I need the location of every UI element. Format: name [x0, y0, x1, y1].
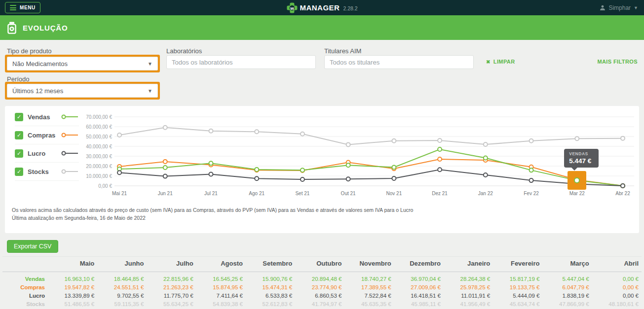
- cell: 45.635,35 €: [345, 300, 394, 309]
- series-compras[interactable]: [117, 157, 625, 188]
- laboratorios-input[interactable]: [166, 55, 316, 69]
- svg-text:Out 21: Out 21: [341, 191, 356, 196]
- legend-line-sample: [61, 150, 79, 156]
- brand-version: 2.28.2: [343, 5, 357, 11]
- cell: 55.634,25 €: [147, 300, 196, 309]
- cell: 41.794,97 €: [295, 300, 344, 309]
- svg-text:Fev 22: Fev 22: [524, 191, 539, 196]
- cell: 1.838,19 €: [543, 292, 592, 300]
- cell: 36.970,04 €: [394, 272, 444, 283]
- cell: 15.817,19 €: [493, 272, 542, 283]
- cell: 45.634,74 €: [493, 300, 542, 309]
- series-stocks[interactable]: [117, 126, 625, 147]
- svg-text:40.000,00 €: 40.000,00 €: [86, 144, 112, 149]
- checkbox-vendas[interactable]: ✓: [15, 113, 23, 121]
- legend-line-sample: [61, 132, 79, 138]
- cell: 15.474,31 €: [246, 283, 295, 292]
- legend-line-sample: [61, 114, 79, 120]
- cell: 15.874,95 €: [196, 283, 246, 292]
- monthly-data-table: MaioJunhoJulhoAgostoSetembroOutubroNovem…: [2, 256, 642, 309]
- cell: 25.978,25 €: [444, 283, 493, 292]
- brand-name: MANAGER: [300, 3, 340, 12]
- table-row-compras: Compras19.547,82 €24.551,51 €21.263,23 €…: [2, 283, 642, 292]
- legend-label: Lucro: [28, 150, 45, 157]
- cell: 16.545,25 €: [196, 272, 246, 283]
- checkbox-lucro[interactable]: ✓: [15, 149, 23, 158]
- legend-item-lucro[interactable]: ✓Lucro: [15, 144, 79, 163]
- chart-legend: ✓Vendas✓Compras✓Lucro✓Stocks: [15, 108, 79, 181]
- checkbox-compras[interactable]: ✓: [15, 131, 23, 139]
- evolution-jar-icon: [7, 22, 17, 34]
- svg-text:60.000,00 €: 60.000,00 €: [86, 124, 112, 130]
- tipo-de-produto-select[interactable]: Não Medicamentos ▼: [7, 57, 158, 70]
- export-csv-button[interactable]: Exportar CSV: [7, 240, 58, 253]
- svg-text:Jul 21: Jul 21: [204, 191, 218, 196]
- svg-text:70.000,00 €: 70.000,00 €: [86, 114, 112, 120]
- highlighted-point: [574, 177, 580, 183]
- chart-card: ✓Vendas✓Compras✓Lucro✓Stocks 0,00 €10.00…: [5, 106, 639, 233]
- legend-item-compras[interactable]: ✓Compras: [15, 126, 79, 144]
- table-row-lucro: Lucro13.339,89 €9.702,55 €11.775,70 €7.4…: [2, 292, 642, 300]
- column-header-setembro: Setembro: [246, 257, 295, 272]
- chart-footnotes: Os valores acima são calculados através …: [12, 206, 413, 222]
- tipo-annotation-box: Não Medicamentos ▼: [5, 55, 160, 72]
- evolution-chart[interactable]: 0,00 €10.000,00 €20.000,00 €30.000,00 €4…: [79, 111, 639, 201]
- cell: 6.047,79 €: [543, 283, 592, 292]
- cell: 23.774,90 €: [295, 283, 344, 292]
- chart-point-annotation-box: [568, 171, 586, 190]
- cell: 47.866,99 €: [543, 300, 592, 309]
- cell: 11.775,70 €: [147, 292, 196, 300]
- chevron-down-icon: ▼: [148, 88, 152, 94]
- cell: 51.486,55 €: [48, 300, 97, 309]
- periodo-select[interactable]: Últimos 12 meses ▼: [7, 84, 158, 98]
- legend-line-sample: [61, 169, 79, 174]
- cell: 6.860,53 €: [295, 292, 344, 300]
- periodo-annotation-box: Últimos 12 meses ▼: [5, 82, 160, 100]
- column-header-abril: Abril: [592, 257, 642, 272]
- titulares-aim-input[interactable]: [324, 55, 474, 69]
- row-label: Lucro: [2, 292, 48, 300]
- svg-text:Mar 22: Mar 22: [569, 191, 585, 196]
- svg-text:Jan 22: Jan 22: [478, 191, 493, 196]
- svg-text:Set 21: Set 21: [295, 191, 309, 196]
- legend-item-vendas[interactable]: ✓Vendas: [15, 108, 79, 126]
- legend-label: Compras: [28, 132, 55, 139]
- topbar: MENU w MANAGER 2.28.2 Simphar ▼: [0, 0, 644, 15]
- cell: 48.180,61 €: [592, 300, 642, 309]
- column-header-julho: Julho: [147, 257, 196, 272]
- footnote-last-update: Última atualização em Segunda-feira, 16 …: [12, 214, 413, 222]
- cell: 54.839,38 €: [196, 300, 246, 309]
- brand-logo: w MANAGER 2.28.2: [286, 0, 357, 15]
- column-header-dezembro: Dezembro: [394, 257, 444, 272]
- periodo-value: Últimos 12 meses: [12, 87, 63, 95]
- cell: 21.263,23 €: [147, 283, 196, 292]
- tipo-de-produto-label: Tipo de produto: [7, 47, 52, 55]
- cell: 11.011,91 €: [444, 292, 493, 300]
- checkbox-stocks[interactable]: ✓: [15, 168, 23, 176]
- legend-item-stocks[interactable]: ✓Stocks: [15, 163, 79, 181]
- limpar-button[interactable]: ✖ LIMPAR: [486, 59, 515, 65]
- svg-text:Abr 22: Abr 22: [615, 191, 630, 196]
- user-icon: [600, 5, 606, 11]
- cell: 5.444,09 €: [493, 292, 542, 300]
- column-header-agosto: Agosto: [196, 257, 246, 272]
- cell: 19.133,75 €: [493, 283, 542, 292]
- cell: 28.264,38 €: [444, 272, 493, 283]
- clear-icon: ✖: [486, 59, 491, 65]
- mais-filtros-button[interactable]: MAIS FILTROS: [597, 59, 638, 65]
- series-lucro[interactable]: [117, 168, 625, 188]
- laboratorios-label: Laboratórios: [166, 47, 202, 55]
- cell: 18.464,85 €: [97, 272, 147, 283]
- menu-button[interactable]: MENU: [5, 2, 40, 13]
- legend-label: Stocks: [28, 168, 49, 175]
- cell: 59.115,35 €: [97, 300, 147, 309]
- legend-label: Vendas: [28, 113, 50, 121]
- column-header-fevereiro: Fevereiro: [493, 257, 542, 272]
- cell: 17.389,55 €: [345, 283, 394, 292]
- user-menu[interactable]: Simphar ▼: [600, 0, 638, 15]
- cell: 0,00 €: [592, 283, 642, 292]
- username: Simphar: [608, 4, 631, 11]
- column-header-janeiro: Janeiro: [444, 257, 493, 272]
- page-header: EVOLUÇÃO: [0, 15, 644, 40]
- cell: 9.702,55 €: [97, 292, 147, 300]
